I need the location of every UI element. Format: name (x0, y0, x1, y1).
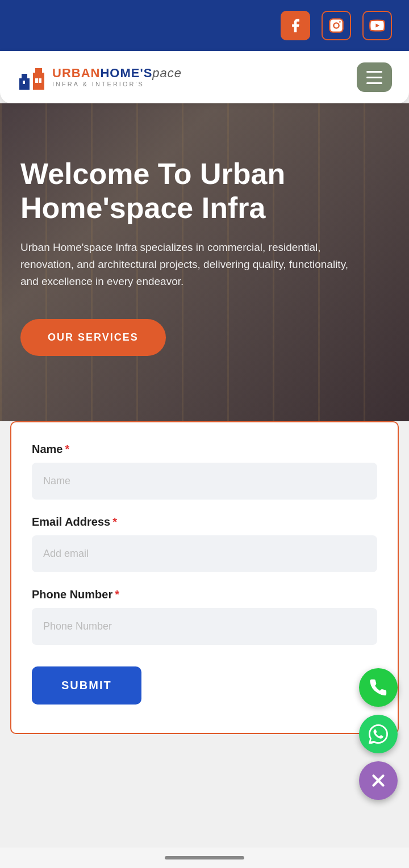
svg-rect-8 (23, 81, 25, 84)
youtube-icon[interactable] (362, 11, 392, 40)
svg-point-1 (333, 23, 339, 28)
contact-form: Name* Email Address* Phone Number* SUBMI… (10, 421, 399, 734)
home-indicator (165, 856, 244, 859)
phone-label: Phone Number* (32, 588, 377, 601)
menu-line-1 (366, 71, 382, 73)
logo-tagline: INFRA & INTERIOR'S (52, 81, 182, 87)
svg-rect-5 (22, 74, 27, 79)
name-label: Name* (32, 443, 377, 456)
close-fab[interactable] (359, 761, 398, 800)
phone-input[interactable] (32, 608, 377, 645)
top-bar (0, 0, 409, 51)
hero-title: Welcome To Urban Home'space Infra (20, 157, 389, 225)
name-input[interactable] (32, 463, 377, 500)
email-field-group: Email Address* (32, 515, 377, 572)
whatsapp-fab[interactable] (359, 715, 398, 753)
instagram-icon[interactable] (322, 11, 351, 40)
logo-text: URBANHOME'Space INFRA & INTERIOR'S (52, 67, 182, 87)
logo: URBANHOME'Space INFRA & INTERIOR'S (17, 62, 182, 92)
svg-rect-10 (39, 78, 41, 83)
menu-button[interactable] (357, 62, 392, 92)
logo-building-icon (17, 62, 47, 92)
facebook-icon[interactable] (281, 11, 310, 40)
email-label: Email Address* (32, 515, 377, 529)
phone-fab[interactable] (359, 668, 398, 707)
menu-line-2 (366, 77, 382, 78)
hero-section: Welcome To Urban Home'space Infra Urban … (0, 103, 409, 421)
svg-point-2 (339, 21, 341, 23)
menu-line-3 (366, 82, 382, 84)
submit-button[interactable]: SUBMIT (32, 666, 141, 705)
email-input[interactable] (32, 535, 377, 572)
svg-rect-9 (35, 78, 38, 83)
bottom-bar (0, 848, 409, 868)
our-services-button[interactable]: OUR SERVICES (20, 319, 166, 356)
header: URBANHOME'Space INFRA & INTERIOR'S (0, 51, 409, 103)
phone-field-group: Phone Number* (32, 588, 377, 645)
fab-container (359, 668, 398, 800)
name-field-group: Name* (32, 443, 377, 500)
hero-description: Urban Home'space Infra specializes in co… (20, 239, 361, 291)
svg-rect-7 (35, 68, 42, 74)
